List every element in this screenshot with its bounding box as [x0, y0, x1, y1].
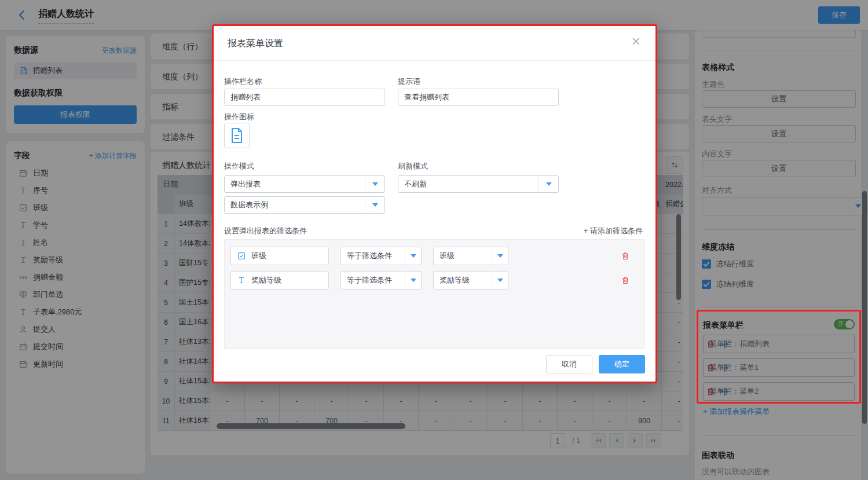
delete-filter-icon[interactable]: [621, 276, 629, 285]
action-name-input[interactable]: [224, 89, 385, 106]
action-name-label: 操作栏名称: [224, 76, 262, 87]
action-icon-picker[interactable]: [224, 123, 250, 148]
filter-target-select[interactable]: 奖励等级: [433, 271, 508, 290]
triangle: [411, 279, 416, 282]
filter-operator-value: 等于筛选条件: [347, 272, 392, 289]
triangle: [497, 279, 503, 282]
mode-select[interactable]: 弹出报表: [224, 175, 385, 193]
filter-section-title: 设置弹出报表的筛选条件: [224, 226, 307, 236]
chevron-down-icon: [492, 272, 508, 289]
filter-field-box[interactable]: 班级: [230, 247, 329, 265]
filter-condition-row: 班级等于筛选条件班级: [230, 247, 639, 265]
chevron-down-icon: [492, 247, 508, 265]
chevron-down-icon: [539, 176, 558, 192]
add-filter-link[interactable]: + 请添加筛选条件: [584, 226, 643, 236]
document-icon: [230, 127, 244, 144]
action-icon-label: 操作图标: [224, 112, 254, 122]
triangle: [411, 254, 416, 258]
chevron-down-icon: [405, 247, 421, 265]
text-icon: [237, 276, 246, 285]
close-icon[interactable]: ×: [632, 34, 640, 49]
chevron-down-icon: [365, 197, 384, 213]
delete-filter-icon[interactable]: [621, 252, 629, 261]
filter-field-label: 班级: [251, 251, 266, 261]
refresh-select[interactable]: 不刷新: [398, 175, 559, 193]
filter-panel: 班级等于筛选条件班级奖励等级等于筛选条件奖励等级: [224, 239, 645, 349]
tip-input[interactable]: [398, 89, 559, 106]
filter-target-select[interactable]: 班级: [433, 247, 508, 265]
report-sample-select[interactable]: 数据表示例: [224, 196, 385, 214]
cancel-button[interactable]: 取消: [546, 355, 592, 373]
mode-label: 操作模式: [224, 161, 254, 171]
chevron-down-icon: [365, 176, 384, 192]
select-icon: [237, 251, 246, 261]
tip-label: 提示语: [398, 76, 420, 87]
modal-title: 报表菜单设置: [228, 38, 283, 50]
filter-target-value: 班级: [440, 247, 455, 265]
confirm-button[interactable]: 确定: [599, 355, 645, 373]
filter-operator-select[interactable]: 等于筛选条件: [340, 271, 422, 290]
filter-field-box[interactable]: 奖励等级: [230, 271, 329, 290]
filter-condition-row: 奖励等级等于筛选条件奖励等级: [230, 271, 639, 290]
filter-field-label: 奖励等级: [251, 275, 281, 285]
filter-operator-value: 等于筛选条件: [347, 247, 392, 265]
filter-target-value: 奖励等级: [440, 272, 470, 289]
report-menu-settings-modal: 报表菜单设置 × 操作栏名称 提示语 操作图标 操作模式 刷新模式 弹出报表 不…: [212, 24, 657, 383]
filter-operator-select[interactable]: 等于筛选条件: [340, 247, 422, 265]
triangle: [497, 254, 503, 258]
modal-header: 报表菜单设置 ×: [214, 26, 655, 61]
chevron-down-icon: [405, 272, 421, 289]
refresh-label: 刷新模式: [398, 161, 428, 171]
